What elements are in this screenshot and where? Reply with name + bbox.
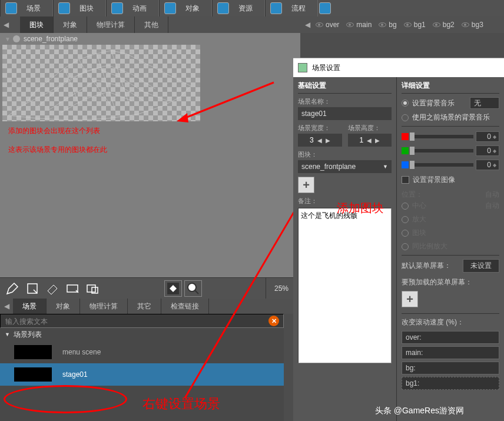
scene-name: scene_frontplane bbox=[24, 35, 78, 43]
layer-main[interactable]: main: bbox=[402, 346, 499, 359]
toolbar-scene[interactable]: 场景 bbox=[0, 0, 53, 16]
green-value[interactable]: 0◆ bbox=[476, 145, 499, 156]
annotation-text-1: 添加的图块会出现在这个列表 这表示该场景专用的图块都在此 bbox=[8, 121, 107, 159]
scene-thumb bbox=[14, 367, 52, 382]
layer-bg2[interactable]: bg2 bbox=[429, 21, 458, 29]
collapse-icon: ▼ bbox=[5, 332, 10, 337]
layer-bg[interactable]: bg: bbox=[402, 362, 499, 374]
layer-over[interactable]: over: bbox=[402, 331, 499, 344]
green-slider[interactable] bbox=[411, 149, 473, 153]
dialog-titlebar[interactable]: 场景设置 bbox=[293, 58, 504, 77]
toolbar-object[interactable]: 对象 bbox=[159, 0, 212, 16]
lowertab-other[interactable]: 其它 bbox=[128, 299, 161, 314]
zoom-level: 25% bbox=[266, 278, 297, 299]
scene-list-item-selected[interactable]: stage01 bbox=[0, 363, 284, 386]
green-swatch bbox=[402, 147, 409, 154]
subtab-other[interactable]: 其他 bbox=[135, 16, 168, 33]
height-spinner[interactable]: 1◀▶ bbox=[348, 134, 392, 147]
preload-label: 要预加载的菜单屏幕： bbox=[402, 277, 499, 287]
prop-radio[interactable] bbox=[402, 243, 409, 250]
search-input[interactable]: 输入搜索文本 bbox=[0, 314, 284, 328]
bgimg-check[interactable] bbox=[402, 176, 409, 184]
lowertab-scene[interactable]: 场景 bbox=[13, 299, 47, 314]
pencil-tool[interactable] bbox=[4, 280, 21, 297]
blue-value[interactable]: 0◆ bbox=[476, 160, 499, 170]
bgm-dropdown[interactable]: 无 bbox=[470, 97, 499, 109]
eye-icon bbox=[462, 22, 469, 27]
magnify-tool[interactable] bbox=[184, 280, 202, 297]
scene-list-header[interactable]: ▼ 场景列表 bbox=[0, 328, 284, 341]
top-toolbar: 场景 图块 动画 对象 资源 流程 bbox=[0, 0, 504, 16]
move-tool[interactable] bbox=[84, 280, 101, 297]
bgimg-label: 设置背景图像 bbox=[413, 175, 455, 185]
toolbar-resource[interactable]: 资源 bbox=[212, 0, 265, 16]
layers-prev[interactable]: ◀ bbox=[303, 21, 312, 29]
dialog-title: 场景设置 bbox=[312, 63, 340, 73]
eye-icon bbox=[379, 22, 386, 27]
prevbgm-radio[interactable] bbox=[402, 114, 409, 121]
svg-point-7 bbox=[188, 283, 196, 291]
eraser-tool[interactable] bbox=[44, 280, 61, 297]
red-swatch bbox=[402, 133, 409, 140]
note-textarea[interactable]: 这个是飞机的残骸 bbox=[298, 208, 392, 363]
scene-header[interactable]: ▼ scene_frontplane bbox=[0, 33, 300, 45]
tabs-prev[interactable]: ◀ bbox=[0, 21, 12, 29]
watermark: 头条 @GameRes游资网 bbox=[370, 405, 469, 417]
tile-label: 图块： bbox=[298, 150, 392, 159]
scene-name-field[interactable]: stage01 bbox=[298, 107, 392, 120]
rect-tool[interactable] bbox=[64, 280, 81, 297]
subtab-physics[interactable]: 物理计算 bbox=[87, 16, 135, 33]
scene-item-label: menu scene bbox=[62, 348, 101, 356]
scene-list-item[interactable]: menu scene bbox=[0, 341, 284, 363]
red-slider[interactable] bbox=[411, 135, 473, 138]
lower-tabs: ◀ 场景 对象 物理计算 其它 检查链接 bbox=[0, 299, 300, 314]
layer-main[interactable]: main bbox=[343, 21, 375, 29]
height-label: 场景高度： bbox=[348, 124, 392, 132]
subtab-tile[interactable]: 图块 bbox=[20, 16, 54, 33]
lowertab-checklinks[interactable]: 检查链接 bbox=[161, 299, 209, 314]
width-spinner[interactable]: 3◀▶ bbox=[298, 134, 342, 147]
select-tool[interactable] bbox=[24, 280, 41, 297]
red-value[interactable]: 0◆ bbox=[476, 131, 499, 142]
layer-bg[interactable]: bg bbox=[375, 21, 400, 29]
blue-slider[interactable] bbox=[411, 163, 473, 167]
basic-settings-panel: 基础设置 场景名称： stage01 场景宽度： 3◀▶ 场景高度： 1◀▶ 图… bbox=[293, 77, 397, 421]
toolbar-tile[interactable]: 图块 bbox=[53, 0, 106, 16]
lowertab-object[interactable]: 对象 bbox=[47, 299, 80, 314]
tile-preview[interactable] bbox=[2, 45, 200, 121]
eye-icon bbox=[346, 22, 354, 27]
add-preload-button[interactable]: + bbox=[402, 291, 418, 307]
scene-item-label: stage01 bbox=[62, 370, 88, 379]
lowertab-physics[interactable]: 物理计算 bbox=[80, 299, 128, 314]
search-clear-button[interactable]: ✕ bbox=[268, 316, 279, 326]
detail-header: 详细设置 bbox=[402, 81, 499, 94]
canvas-tools: 25% bbox=[0, 277, 300, 299]
bgm-radio[interactable] bbox=[402, 100, 409, 107]
scene-thumb bbox=[14, 345, 52, 359]
width-label: 场景宽度： bbox=[298, 124, 342, 132]
layer-bg3[interactable]: bg3 bbox=[458, 21, 487, 29]
layer-bg1[interactable]: bg1: bbox=[402, 377, 499, 390]
add-tile-button[interactable]: + bbox=[298, 177, 314, 193]
prevbgm-label: 使用之前场景的背景音乐 bbox=[412, 112, 490, 122]
scene-name-label: 场景名称： bbox=[298, 97, 392, 106]
layer-bg1[interactable]: bg1 bbox=[400, 21, 429, 29]
blue-swatch bbox=[402, 161, 409, 168]
zoom-radio[interactable] bbox=[402, 216, 409, 223]
tile-dropdown[interactable]: scene_frontplane▼ bbox=[298, 160, 392, 173]
tree-collapse-icon: ▼ bbox=[5, 36, 11, 42]
bgm-label: 设置背景音乐 bbox=[412, 98, 455, 108]
toolbar-flow[interactable]: 流程 bbox=[265, 0, 318, 16]
layer-over[interactable]: over bbox=[312, 21, 343, 29]
dialog-icon bbox=[298, 63, 307, 72]
defaultmenu-button[interactable]: 未设置 bbox=[463, 259, 499, 273]
subtab-object[interactable]: 对象 bbox=[54, 16, 87, 33]
eye-icon bbox=[433, 22, 440, 27]
svg-rect-4 bbox=[87, 285, 95, 292]
tile-radio[interactable] bbox=[402, 230, 409, 237]
swap-tool[interactable] bbox=[164, 280, 182, 297]
annotation-text-3: 添加图块 bbox=[337, 200, 384, 216]
basic-header: 基础设置 bbox=[298, 81, 392, 94]
center-radio[interactable] bbox=[402, 203, 409, 210]
toolbar-animation[interactable]: 动画 bbox=[106, 0, 159, 16]
